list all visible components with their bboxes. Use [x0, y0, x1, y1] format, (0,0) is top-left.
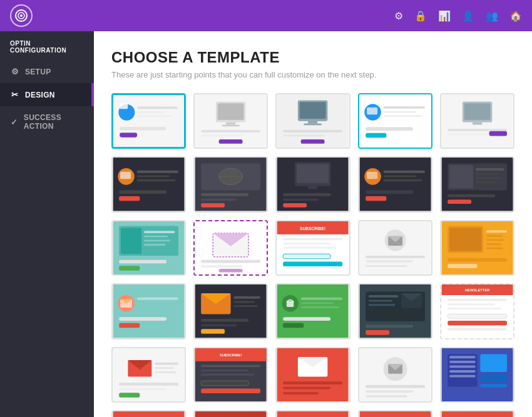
logo[interactable]: [10, 4, 33, 27]
svg-rect-56: [201, 199, 237, 201]
template-card-14[interactable]: [358, 220, 432, 276]
template-card-2[interactable]: [193, 93, 268, 149]
template-card-20[interactable]: NEWSLETTER: [440, 283, 514, 339]
svg-rect-146: [284, 317, 331, 321]
page-subtitle: These are just starting points that you …: [111, 70, 514, 79]
template-card-4[interactable]: [358, 93, 432, 149]
settings-icon[interactable]: ⚙: [394, 10, 403, 22]
svg-rect-102: [284, 247, 337, 249]
users-icon[interactable]: 👥: [486, 10, 498, 22]
template-card-6[interactable]: [111, 156, 186, 212]
template-card-3[interactable]: [275, 93, 350, 149]
svg-rect-13: [218, 103, 244, 120]
svg-rect-96: [219, 269, 243, 273]
svg-rect-62: [284, 193, 331, 196]
svg-rect-3: [114, 95, 183, 147]
template-card-18[interactable]: [275, 283, 350, 339]
template-card-9[interactable]: [358, 156, 432, 212]
sidebar-item-design[interactable]: ✂ DESIGN: [0, 83, 94, 106]
svg-rect-86: [144, 236, 168, 238]
setup-icon: ⚙: [10, 67, 20, 76]
template-card-13[interactable]: SUBSCRIBE!: [275, 220, 350, 276]
svg-rect-219: [277, 411, 349, 417]
sidebar-item-success-action[interactable]: ✓ SUCCESS ACTION: [0, 106, 94, 138]
svg-rect-57: [201, 203, 225, 208]
template-card-15[interactable]: [440, 220, 514, 276]
check-icon: ✓: [10, 118, 19, 127]
sidebar: OPTIN CONFIGURATION ⚙ SETUP ✂ DESIGN ✓ S…: [0, 31, 94, 417]
sidebar-item-setup[interactable]: ⚙ SETUP: [0, 60, 94, 83]
svg-rect-26: [301, 139, 325, 144]
svg-point-2: [20, 14, 23, 17]
svg-text:SUBSCRIBE!: SUBSCRIBE!: [220, 353, 242, 357]
svg-rect-84: [121, 228, 141, 254]
template-card-29[interactable]: [358, 410, 432, 417]
svg-rect-213: [195, 411, 267, 417]
template-card-30[interactable]: [440, 410, 514, 417]
template-card-7[interactable]: [193, 156, 268, 212]
svg-rect-38: [473, 123, 482, 125]
chart-icon[interactable]: 📊: [438, 10, 451, 22]
template-card-24[interactable]: [358, 347, 432, 403]
svg-rect-144: [301, 303, 334, 304]
template-card-22[interactable]: SUBSCRIBE!: [193, 347, 268, 403]
svg-rect-88: [144, 244, 165, 246]
svg-rect-161: [448, 304, 495, 306]
svg-rect-110: [366, 260, 413, 262]
svg-rect-115: [486, 230, 507, 233]
svg-rect-205: [480, 383, 507, 387]
svg-rect-90: [119, 266, 140, 271]
svg-rect-136: [234, 305, 258, 307]
template-card-28[interactable]: [275, 410, 350, 417]
svg-rect-33: [366, 127, 413, 131]
svg-rect-94: [201, 259, 260, 263]
svg-rect-103: [284, 254, 331, 259]
template-card-1[interactable]: [111, 93, 186, 149]
template-card-11[interactable]: [111, 220, 186, 276]
svg-rect-15: [222, 124, 240, 126]
home-icon[interactable]: 🏠: [509, 10, 522, 22]
svg-rect-9: [120, 127, 166, 131]
svg-rect-67: [367, 172, 377, 179]
svg-rect-27: [359, 94, 431, 148]
svg-rect-111: [366, 265, 407, 267]
svg-rect-6: [137, 107, 178, 109]
template-card-12[interactable]: [193, 220, 268, 276]
svg-rect-181: [201, 381, 248, 386]
template-card-5[interactable]: [440, 93, 514, 149]
svg-rect-37: [464, 103, 491, 120]
svg-rect-34: [366, 133, 386, 138]
template-card-21[interactable]: [111, 347, 186, 403]
lock-icon[interactable]: 🔒: [414, 10, 427, 22]
svg-rect-163: [448, 314, 507, 319]
template-card-10[interactable]: [440, 156, 514, 212]
template-card-16[interactable]: [111, 283, 186, 339]
template-card-27[interactable]: [193, 410, 268, 417]
svg-rect-31: [383, 111, 416, 113]
svg-rect-117: [486, 239, 504, 241]
svg-rect-180: [201, 373, 254, 375]
template-card-19[interactable]: [358, 283, 432, 339]
svg-rect-138: [201, 324, 237, 327]
svg-rect-22: [308, 121, 317, 124]
template-card-26[interactable]: [111, 410, 186, 417]
svg-rect-130: [119, 323, 140, 328]
svg-rect-60: [297, 164, 329, 183]
user-icon[interactable]: 👤: [462, 10, 474, 22]
svg-rect-118: [486, 243, 501, 245]
svg-rect-121: [448, 264, 477, 268]
template-card-8[interactable]: [275, 156, 350, 212]
svg-rect-68: [383, 171, 424, 173]
svg-rect-55: [201, 193, 248, 196]
svg-rect-23: [304, 123, 322, 125]
template-card-23[interactable]: [275, 347, 350, 403]
template-card-17[interactable]: [193, 283, 268, 339]
svg-rect-30: [383, 106, 424, 109]
svg-rect-63: [284, 199, 319, 201]
svg-rect-164: [448, 321, 507, 326]
svg-rect-173: [119, 388, 166, 390]
svg-rect-139: [201, 329, 225, 334]
svg-rect-75: [449, 166, 473, 189]
svg-rect-143: [301, 298, 342, 300]
template-card-25[interactable]: [440, 347, 514, 403]
